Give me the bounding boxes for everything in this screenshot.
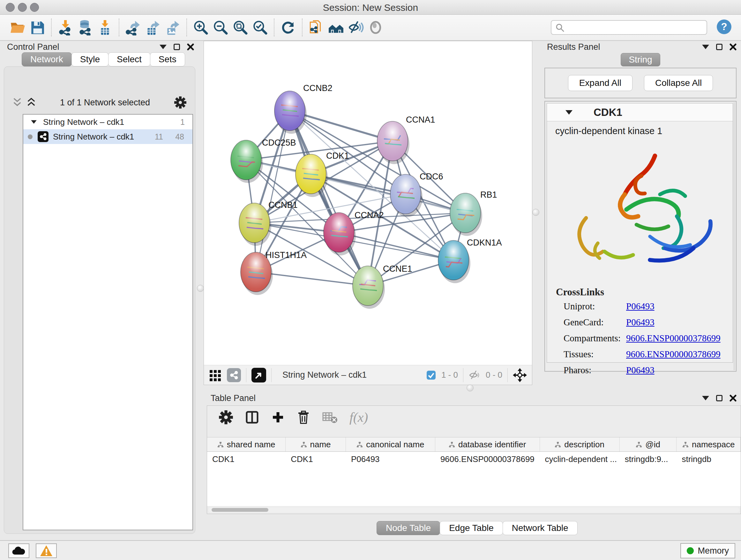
detach-view-button[interactable]: [252, 368, 266, 382]
network-canvas[interactable]: CCNB2CCNA1CDC25BCDK1CDC6RB1CCNB1CCNA2CDK…: [204, 41, 532, 365]
collapse-card-icon[interactable]: [565, 110, 572, 115]
float-panel-icon[interactable]: [716, 44, 723, 50]
network-node-CCNB2[interactable]: CCNB2: [274, 83, 333, 134]
column-header-canonical-name[interactable]: canonical name: [346, 437, 435, 451]
table-cell[interactable]: P06493: [346, 452, 435, 467]
column-header-name[interactable]: name: [286, 437, 346, 451]
tab-select[interactable]: Select: [108, 52, 150, 66]
import-network-database-button[interactable]: [75, 17, 95, 37]
table-cell[interactable]: CDK1: [207, 452, 286, 467]
network-node-CCNB1[interactable]: CCNB1: [239, 200, 298, 246]
zoom-selected-button[interactable]: [250, 17, 270, 37]
pharos-link[interactable]: P06493: [626, 365, 655, 375]
tab-style[interactable]: Style: [71, 52, 109, 66]
search-input[interactable]: [551, 20, 707, 35]
show-hide-graphics-button[interactable]: [346, 17, 366, 37]
column-header-description[interactable]: description: [540, 437, 620, 451]
table-row[interactable]: CDK1CDK1P064939606.ENSP00000378699cyclin…: [207, 452, 741, 467]
column-header--id[interactable]: @id: [620, 437, 677, 451]
help-button[interactable]: ?: [716, 19, 733, 36]
node-label-CDC25B: CDC25B: [262, 138, 296, 147]
export-image-button[interactable]: [163, 17, 183, 37]
table-cell[interactable]: cyclin-dependent ...: [540, 452, 619, 467]
zoom-fit-button[interactable]: [230, 17, 250, 37]
table-tabs: Node Table Edge Table Network Table: [377, 521, 577, 535]
network-node-CDK1[interactable]: CDK1: [295, 151, 349, 197]
delete-table-icon[interactable]: [322, 411, 338, 424]
save-session-button[interactable]: [27, 17, 47, 37]
delete-column-icon[interactable]: [296, 410, 311, 425]
tab-network-table[interactable]: Network Table: [502, 521, 578, 535]
open-session-button[interactable]: [8, 17, 27, 37]
column-header-shared-name[interactable]: shared name: [207, 437, 286, 451]
show-columns-icon[interactable]: [245, 410, 259, 425]
scrollbar-thumb[interactable]: [212, 508, 268, 512]
zoom-in-button[interactable]: [191, 17, 211, 37]
network-collection-row[interactable]: String Network – cdk1 1: [23, 115, 192, 129]
genecard-link[interactable]: P06493: [626, 317, 655, 327]
expand-all-button[interactable]: Expand All: [568, 75, 632, 91]
import-network-file-button[interactable]: [56, 17, 75, 37]
tab-node-table[interactable]: Node Table: [377, 521, 440, 535]
table-settings-gear-icon[interactable]: [219, 410, 233, 425]
network-node-HIST1H1A[interactable]: HIST1H1A: [241, 250, 307, 295]
vertical-splitter-handle-right[interactable]: [532, 209, 539, 216]
tab-edge-table[interactable]: Edge Table: [440, 521, 503, 535]
zoom-out-button[interactable]: [211, 17, 230, 37]
birds-eye-button[interactable]: [366, 17, 386, 37]
function-builder-icon[interactable]: f(x): [349, 410, 368, 425]
expand-all-icon[interactable]: [26, 98, 36, 108]
panel-menu-icon[interactable]: [702, 45, 709, 49]
clone-network-button[interactable]: [307, 17, 326, 37]
network-node-CDKN1A[interactable]: CDKN1A: [438, 238, 502, 283]
float-panel-icon[interactable]: [174, 44, 180, 50]
uniprot-link[interactable]: P06493: [626, 301, 655, 312]
float-panel-icon[interactable]: [716, 395, 723, 401]
network-row-selected[interactable]: String Network – cdk1 11 48: [23, 129, 192, 144]
export-table-button[interactable]: [143, 17, 163, 37]
table-horizontal-scrollbar[interactable]: [208, 507, 739, 512]
table-cell[interactable]: CDK1: [286, 452, 346, 467]
collapse-all-icon[interactable]: [12, 98, 22, 108]
close-panel-icon[interactable]: [730, 395, 737, 401]
collapse-all-button[interactable]: Collapse All: [644, 75, 713, 91]
network-node-CDC25B[interactable]: CDC25B: [231, 138, 296, 183]
close-panel-icon[interactable]: [730, 44, 737, 51]
home-view-button[interactable]: [326, 17, 346, 37]
collapse-row-icon[interactable]: [31, 120, 37, 124]
tab-string-results[interactable]: String: [621, 53, 660, 66]
refresh-button[interactable]: [278, 17, 298, 37]
network-node-CCNA1[interactable]: CCNA1: [377, 115, 435, 164]
compartments-link[interactable]: 9606.ENSP00000378699: [626, 333, 721, 344]
export-network-button[interactable]: [123, 17, 143, 37]
network-view[interactable]: CCNB2CCNA1CDC25BCDK1CDC6RB1CCNB1CCNA2CDK…: [204, 41, 532, 385]
import-table-button[interactable]: [95, 17, 115, 37]
network-node-RB1[interactable]: RB1: [450, 190, 497, 236]
column-header-namespace[interactable]: namespace: [677, 437, 741, 451]
gear-icon[interactable]: [174, 96, 187, 109]
tab-network[interactable]: Network: [22, 52, 72, 66]
protein-card-header[interactable]: CDK1: [547, 104, 733, 121]
table-cell[interactable]: stringdb: [677, 452, 741, 467]
horizontal-splitter-handle[interactable]: [467, 384, 474, 391]
table-cell[interactable]: 9606.ENSP00000378699: [435, 452, 540, 467]
memory-button[interactable]: Memory: [680, 543, 735, 558]
network-node-CCNE1[interactable]: CCNE1: [353, 264, 412, 309]
add-column-icon[interactable]: [271, 410, 285, 424]
close-panel-icon[interactable]: [187, 44, 194, 51]
selected-checkbox-icon[interactable]: [426, 370, 436, 380]
network-share-icon[interactable]: [227, 368, 241, 382]
warning-status-button[interactable]: [36, 543, 57, 558]
vertical-splitter-handle[interactable]: [197, 285, 204, 292]
tissues-link[interactable]: 9606.ENSP00000378699: [626, 349, 721, 360]
cloud-status-button[interactable]: [8, 543, 29, 558]
column-header-database-identifier[interactable]: database identifier: [435, 437, 540, 451]
panel-menu-icon[interactable]: [702, 396, 709, 400]
table-cell[interactable]: stringdb:9...: [620, 452, 677, 467]
panel-menu-icon[interactable]: [159, 45, 166, 49]
tab-sets[interactable]: Sets: [150, 52, 185, 66]
results-scrollbar[interactable]: [733, 102, 735, 370]
grid-view-icon[interactable]: [209, 369, 222, 381]
birds-eye-toggle-icon[interactable]: [513, 368, 527, 382]
network-node-CDC6[interactable]: CDC6: [390, 172, 443, 217]
